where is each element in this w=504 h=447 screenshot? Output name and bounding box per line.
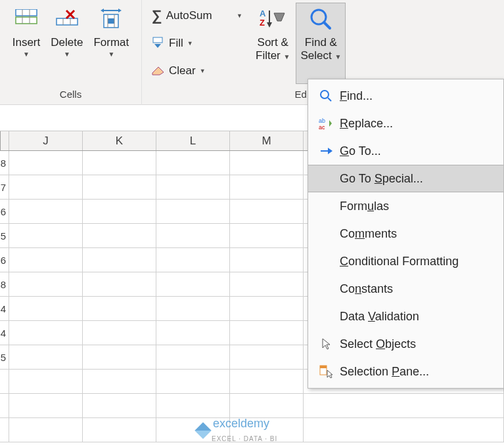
cell[interactable] (230, 321, 304, 345)
cell[interactable]: 7 (0, 175, 9, 199)
insert-button[interactable]: Insert ▼ (8, 3, 45, 84)
column-header-m[interactable]: M (230, 131, 304, 150)
menu-label: Select Objects (337, 337, 498, 351)
fill-button[interactable]: Fill ▼ (149, 32, 246, 55)
menu-item-formulas[interactable]: Formulas (308, 192, 503, 220)
cell[interactable] (156, 297, 230, 320)
clear-button[interactable]: Clear ▼ (149, 59, 246, 83)
cell[interactable] (156, 175, 230, 199)
sort-filter-button[interactable]: A Z Sort & Filter ▼ (251, 3, 294, 84)
sort-filter-label-2: Filter (256, 49, 281, 62)
cell[interactable] (230, 224, 304, 247)
svg-rect-1 (16, 9, 37, 16)
cell[interactable] (83, 224, 156, 247)
dropdown-arrow-icon: ▼ (200, 68, 206, 74)
cell[interactable] (9, 151, 83, 175)
cell[interactable] (9, 248, 83, 272)
menu-item-goto-special[interactable]: Go To Special... (308, 165, 503, 192)
column-header-partial[interactable] (0, 131, 9, 150)
dropdown-arrow-icon: ▼ (64, 51, 70, 58)
menu-item-constants[interactable]: Constants (308, 275, 503, 303)
cell[interactable] (83, 175, 156, 199)
cell[interactable] (83, 151, 156, 175)
cell[interactable] (156, 321, 230, 345)
watermark-tagline: EXCEL · DATA · BI (212, 435, 277, 442)
cell[interactable]: 6 (0, 200, 9, 223)
cell[interactable] (304, 394, 504, 417)
format-button[interactable]: Format ▼ (89, 3, 133, 84)
cell[interactable]: 8 (0, 151, 9, 175)
cell[interactable] (0, 418, 9, 442)
cell[interactable]: 5 (0, 224, 9, 247)
cell[interactable] (230, 175, 304, 199)
cell[interactable] (83, 272, 156, 296)
svg-text:ac: ac (319, 124, 325, 130)
cell[interactable]: 4 (0, 321, 9, 345)
cell[interactable] (230, 272, 304, 296)
cell[interactable] (156, 200, 230, 223)
svg-marker-11 (118, 9, 122, 12)
cell[interactable] (230, 370, 304, 393)
cell[interactable] (230, 345, 304, 369)
watermark: exceldemy EXCEL · DATA · BI (197, 417, 277, 444)
cell[interactable] (83, 200, 156, 223)
svg-text:ab: ab (319, 117, 325, 124)
cell[interactable] (83, 321, 156, 345)
cell[interactable] (156, 248, 230, 272)
delete-button[interactable]: Delete ▼ (46, 3, 87, 84)
cell[interactable] (230, 200, 304, 223)
cell[interactable] (230, 394, 304, 417)
sort-filter-label-1: Sort & (258, 36, 288, 49)
cell[interactable] (9, 418, 83, 442)
cell[interactable] (9, 224, 83, 247)
cell[interactable] (9, 297, 83, 320)
menu-item-goto[interactable]: Go To... (308, 137, 503, 165)
cell[interactable] (156, 370, 230, 393)
menu-item-replace[interactable]: abac Replace... (308, 110, 503, 137)
autosum-button[interactable]: ∑ AutoSum ▼ (149, 4, 246, 28)
menu-item-select-objects[interactable]: Select Objects (308, 330, 503, 358)
cell[interactable] (230, 248, 304, 272)
cell[interactable]: 6 (0, 248, 9, 272)
cell[interactable] (9, 200, 83, 223)
menu-item-selection-pane[interactable]: Selection Pane... (308, 358, 503, 385)
cell[interactable] (83, 418, 156, 442)
cell[interactable] (156, 272, 230, 296)
menu-item-data-validation[interactable]: Data Validation (308, 303, 503, 330)
watermark-brand: exceldemy (213, 417, 269, 430)
find-select-button[interactable]: Find & Select ▼ (296, 3, 346, 84)
cell[interactable] (156, 345, 230, 369)
cell[interactable] (304, 418, 504, 442)
pointer-icon (315, 337, 337, 351)
cell[interactable] (0, 370, 9, 393)
cell[interactable] (230, 297, 304, 320)
cell[interactable] (83, 248, 156, 272)
cell[interactable]: 5 (0, 345, 9, 369)
cell[interactable] (83, 370, 156, 393)
cell[interactable] (9, 272, 83, 296)
cell[interactable]: 8 (0, 272, 9, 296)
column-header-j[interactable]: J (9, 131, 83, 150)
cell[interactable] (0, 394, 9, 417)
column-header-k[interactable]: K (83, 131, 156, 150)
cell[interactable] (9, 345, 83, 369)
svg-point-26 (321, 91, 329, 98)
cell[interactable] (9, 370, 83, 393)
column-header-l[interactable]: L (156, 131, 230, 150)
cell[interactable] (156, 394, 230, 417)
dropdown-arrow-icon: ▼ (23, 51, 30, 58)
cell[interactable] (9, 175, 83, 199)
cell[interactable] (9, 321, 83, 345)
cell[interactable] (83, 345, 156, 369)
cell[interactable] (156, 151, 230, 175)
delete-label: Delete (51, 36, 83, 49)
cell[interactable] (83, 394, 156, 417)
menu-item-conditional-formatting[interactable]: Conditional Formatting (308, 247, 503, 275)
cell[interactable]: 4 (0, 297, 9, 320)
menu-item-comments[interactable]: Comments (308, 220, 503, 247)
cell[interactable] (83, 297, 156, 320)
menu-item-find[interactable]: Find... (308, 82, 503, 110)
cell[interactable] (9, 394, 83, 417)
cell[interactable] (230, 151, 304, 175)
cell[interactable] (156, 224, 230, 247)
